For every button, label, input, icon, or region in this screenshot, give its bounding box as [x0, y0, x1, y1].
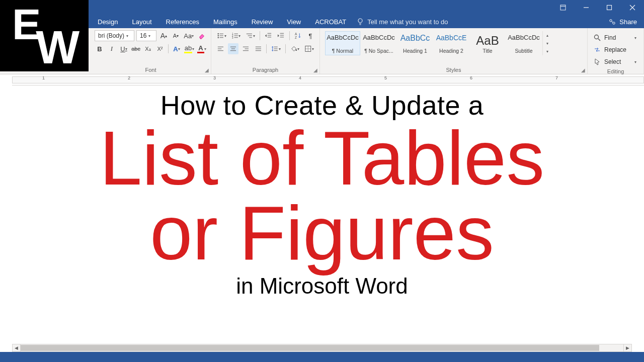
replace-button[interactable]: Replace: [592, 44, 638, 55]
increase-indent-button[interactable]: [276, 30, 286, 41]
tab-view[interactable]: View: [280, 15, 308, 28]
status-bar: [0, 352, 644, 362]
styles-dialog-launcher-icon[interactable]: ◢: [581, 67, 585, 73]
font-size-combo[interactable]: 16▾: [136, 30, 156, 41]
strikethrough-button[interactable]: abc: [131, 43, 141, 54]
close-icon[interactable]: [621, 0, 644, 15]
gallery-up-icon[interactable]: ▴: [544, 32, 550, 39]
clear-formatting-button[interactable]: [197, 30, 207, 41]
align-right-button[interactable]: [240, 43, 251, 54]
replace-icon: [593, 46, 601, 54]
grow-font-button[interactable]: A▴: [158, 30, 169, 41]
style-heading-1[interactable]: AaBbCcHeading 1: [397, 31, 433, 55]
font-color-button[interactable]: A▾: [197, 43, 207, 54]
outdent-icon: [265, 32, 272, 40]
editing-group-label: Editing: [592, 67, 639, 74]
borders-button[interactable]: ▾: [303, 43, 315, 54]
style--no-spac-[interactable]: AaBbCcDc¶ No Spac...: [361, 31, 396, 55]
lightbulb-icon: [356, 18, 364, 26]
group-font: bri (Body)▾ 16▾ A▴ A▾ Aa▾ B I U▾ abc X₂ …: [91, 28, 211, 74]
align-left-button[interactable]: [215, 43, 226, 54]
align-left-icon: [217, 45, 224, 53]
underline-button[interactable]: U▾: [119, 43, 129, 54]
tab-review[interactable]: Review: [245, 15, 280, 28]
style-subtitle[interactable]: AaBbCcDcSubtitle: [506, 31, 541, 55]
group-paragraph: ▾ 123▾ ▾ AZ ¶ ▾ ▾ ▾ Para: [211, 28, 320, 74]
horizontal-ruler[interactable]: 1234567: [12, 74, 644, 85]
paragraph-group-label: Paragraph◢: [215, 66, 315, 73]
maximize-icon[interactable]: [598, 0, 621, 15]
gallery-expand-icon[interactable]: ▾: [544, 48, 550, 55]
share-label: Share: [619, 18, 637, 26]
font-dialog-launcher-icon[interactable]: ◢: [205, 67, 209, 73]
scroll-right-icon[interactable]: ▶: [623, 344, 631, 351]
tab-design[interactable]: Design: [91, 15, 125, 28]
svg-point-13: [218, 35, 219, 36]
tell-me-search[interactable]: Tell me what you want to do: [356, 15, 448, 28]
svg-line-54: [598, 39, 600, 41]
ribbon-options-icon[interactable]: [551, 0, 575, 15]
borders-icon: [304, 45, 312, 53]
sort-button[interactable]: AZ: [293, 30, 303, 41]
font-name-combo[interactable]: bri (Body)▾: [95, 30, 134, 41]
style--normal[interactable]: AaBbCcDc¶ Normal: [325, 31, 360, 55]
group-editing: Find▾ Replace Select▾ Editing: [588, 28, 644, 74]
align-center-icon: [229, 45, 237, 53]
scrollbar-thumb[interactable]: [21, 345, 599, 351]
styles-gallery-more[interactable]: ▴▾▾: [542, 31, 550, 55]
show-marks-button[interactable]: ¶: [305, 30, 315, 41]
font-group-label: Font◢: [95, 66, 207, 73]
italic-button[interactable]: I: [107, 43, 117, 54]
eraser-icon: [198, 32, 205, 40]
style-heading-2[interactable]: AaBbCcEHeading 2: [434, 31, 469, 55]
numbering-button[interactable]: 123▾: [230, 30, 243, 41]
window-titlebar: [0, 0, 644, 15]
tab-acrobat[interactable]: ACROBAT: [308, 15, 353, 28]
ruler-mark: 1: [42, 75, 45, 80]
svg-point-49: [295, 49, 297, 51]
multilevel-list-button[interactable]: ▾: [244, 30, 257, 41]
highlight-button[interactable]: ab▾: [184, 43, 195, 54]
numbering-icon: 123: [231, 32, 239, 40]
ribbon-tabs: Design Layout References Mailings Review…: [0, 15, 644, 28]
svg-rect-0: [560, 5, 566, 10]
scroll-left-icon[interactable]: ◀: [13, 344, 21, 351]
justify-button[interactable]: [253, 43, 264, 54]
svg-point-6: [358, 19, 362, 23]
select-button[interactable]: Select▾: [592, 56, 638, 67]
style-title[interactable]: AaBTitle: [470, 31, 505, 55]
tab-mailings[interactable]: Mailings: [206, 15, 245, 28]
svg-point-15: [218, 37, 219, 38]
paragraph-dialog-launcher-icon[interactable]: ◢: [313, 67, 317, 73]
channel-logo: E W: [0, 0, 89, 71]
subscript-button[interactable]: X₂: [143, 43, 153, 54]
ruler-mark: 7: [555, 75, 558, 80]
ruler-mark: 2: [128, 75, 130, 80]
gallery-down-icon[interactable]: ▾: [544, 40, 550, 47]
bullets-button[interactable]: ▾: [215, 30, 228, 41]
tab-references[interactable]: References: [159, 15, 206, 28]
change-case-button[interactable]: Aa▾: [183, 30, 195, 41]
title-line-3: or Figures: [150, 196, 494, 270]
document-page[interactable]: How to Create & Update a List of Tables …: [0, 85, 644, 352]
shading-button[interactable]: ▾: [289, 43, 301, 54]
align-center-button[interactable]: [228, 43, 238, 54]
bold-button[interactable]: B: [95, 43, 105, 54]
text-effects-button[interactable]: A▾: [172, 43, 182, 54]
share-icon: [608, 18, 616, 26]
superscript-button[interactable]: X²: [155, 43, 165, 54]
sort-icon: AZ: [294, 32, 302, 40]
indent-icon: [277, 32, 285, 40]
tab-layout[interactable]: Layout: [125, 15, 158, 28]
ruler-mark: 6: [470, 75, 472, 80]
paint-bucket-icon: [290, 45, 298, 53]
find-button[interactable]: Find▾: [592, 32, 638, 43]
share-button[interactable]: Share: [601, 15, 644, 28]
shrink-font-button[interactable]: A▾: [171, 30, 181, 41]
line-spacing-button[interactable]: ▾: [270, 43, 282, 54]
minimize-icon[interactable]: [575, 0, 598, 15]
horizontal-scrollbar[interactable]: ◀ ▶: [12, 344, 632, 352]
decrease-indent-button[interactable]: [263, 30, 274, 41]
bullets-icon: [217, 32, 224, 40]
group-styles: AaBbCcDc¶ NormalAaBbCcDc¶ No Spac...AaBb…: [320, 28, 588, 74]
